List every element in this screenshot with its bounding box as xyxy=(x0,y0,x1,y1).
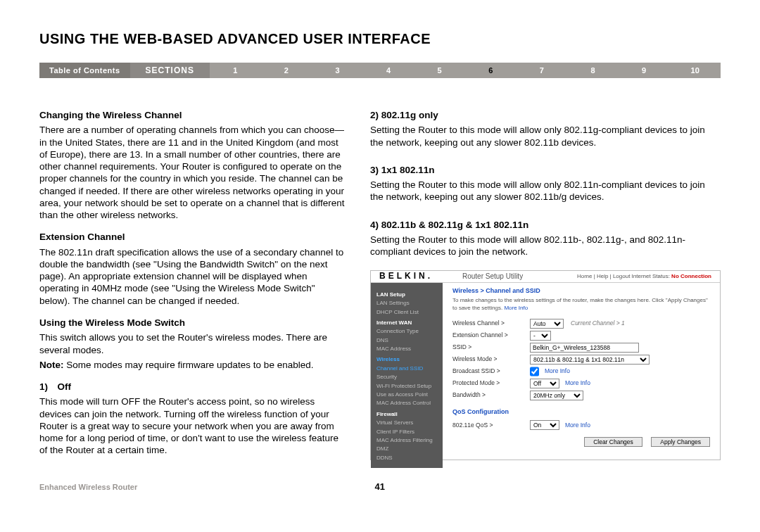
mi-qos[interactable]: More Info xyxy=(565,422,590,429)
sel-wireless-mode[interactable]: 802.11b & 802.11g & 1x1 802.11n xyxy=(530,355,650,365)
belkin-logo: BELKIN. xyxy=(379,271,433,281)
p-80211n: Setting the Router to this mode will all… xyxy=(370,179,721,203)
sections-navbar: Table of Contents SECTIONS 1 2 3 4 5 6 7… xyxy=(39,63,721,78)
lab-ssid: SSID > xyxy=(452,343,530,351)
side-dmz[interactable]: DMZ xyxy=(376,445,437,453)
router-utility-title: Router Setup Utility xyxy=(433,272,577,281)
p-wireless-mode-switch: This switch allows you to set the Router… xyxy=(39,331,346,356)
router-main: Wireless > Channel and SSID To make chan… xyxy=(443,283,720,468)
side-lan-setup[interactable]: LAN Setup xyxy=(376,291,437,299)
mi-broadcast[interactable]: More Info xyxy=(545,367,570,375)
p-changing-channel: There are a number of operating channels… xyxy=(39,124,346,221)
heading-off: 1) Off xyxy=(39,381,346,393)
left-column: Changing the Wireless Channel There are … xyxy=(39,109,346,460)
nav-1[interactable]: 1 xyxy=(210,66,261,75)
side-mac-address[interactable]: MAC Address xyxy=(376,345,437,353)
router-sidebar: LAN Setup LAN Settings DHCP Client List … xyxy=(371,283,443,468)
p-80211bgn: Setting the Router to this mode will all… xyxy=(370,234,721,258)
side-mac-control[interactable]: MAC Address Control xyxy=(376,399,437,407)
heading-80211bgn: 4) 802.11b & 802.11g & 1x1 802.11n xyxy=(370,219,721,231)
right-column: 2) 802.11g only Setting the Router to th… xyxy=(370,109,721,460)
side-virtual-servers[interactable]: Virtual Servers xyxy=(376,419,437,427)
heading-extension-channel: Extension Channel xyxy=(39,231,346,243)
nav-7[interactable]: 7 xyxy=(517,66,568,75)
side-dns[interactable]: DNS xyxy=(376,336,437,345)
router-breadcrumb: Wireless > Channel and SSID xyxy=(452,287,710,296)
p-note: Note: Some modes may require firmware up… xyxy=(39,359,346,371)
nav-3[interactable]: 3 xyxy=(312,66,363,75)
router-screenshot: BELKIN. Router Setup Utility Home | Help… xyxy=(370,270,721,460)
nav-toc[interactable]: Table of Contents xyxy=(39,63,130,78)
side-dhcp-client-list[interactable]: DHCP Client List xyxy=(376,308,437,317)
side-connection-type[interactable]: Connection Type xyxy=(376,327,437,336)
p-extension-channel: The 802.11n draft specification allows t… xyxy=(39,246,346,307)
lab-extension-channel: Extension Channel > xyxy=(452,331,530,339)
footer-left: Enhanced Wireless Router xyxy=(39,483,137,491)
side-use-as-ap[interactable]: Use as Access Point xyxy=(376,391,437,399)
nav-4[interactable]: 4 xyxy=(363,66,414,75)
lab-wireless-mode: Wireless Mode > xyxy=(452,355,530,363)
heading-changing-channel: Changing the Wireless Channel xyxy=(39,109,346,121)
side-channel-ssid[interactable]: Channel and SSID xyxy=(376,365,437,373)
side-wps[interactable]: Wi-Fi Protected Setup xyxy=(376,382,437,391)
nav-8[interactable]: 8 xyxy=(567,66,619,75)
nav-2[interactable]: 2 xyxy=(261,66,312,75)
heading-80211g: 2) 802.11g only xyxy=(370,109,721,121)
more-info-link[interactable]: More Info xyxy=(504,305,528,311)
router-desc: To make changes to the wireless settings… xyxy=(452,297,710,312)
lab-protected-mode: Protected Mode > xyxy=(452,379,530,387)
side-client-ip-filters[interactable]: Client IP Filters xyxy=(376,428,437,436)
p-80211g: Setting the Router to this mode will all… xyxy=(370,124,721,148)
side-lan-settings[interactable]: LAN Settings xyxy=(376,299,437,308)
clear-changes-button[interactable]: Clear Changes xyxy=(584,437,642,447)
current-channel: Current Channel > 1 xyxy=(571,319,625,327)
sel-wireless-channel[interactable]: Auto xyxy=(530,319,564,329)
sel-protected-mode[interactable]: Off xyxy=(530,379,559,388)
side-ddns[interactable]: DDNS xyxy=(376,454,437,462)
sel-extension-channel[interactable]: - xyxy=(530,331,551,341)
nav-6[interactable]: 6 xyxy=(465,66,517,75)
side-security[interactable]: Security xyxy=(376,373,437,381)
side-mac-filtering[interactable]: MAC Address Filtering xyxy=(376,436,437,445)
mi-protected[interactable]: More Info xyxy=(565,379,590,387)
lab-bandwidth: Bandwidth > xyxy=(452,391,530,399)
side-wireless[interactable]: Wireless xyxy=(376,355,437,364)
nav-10[interactable]: 10 xyxy=(669,66,721,75)
lab-broadcast-ssid: Broadcast SSID > xyxy=(452,367,530,375)
heading-wireless-mode-switch: Using the Wireless Mode Switch xyxy=(39,317,346,329)
lab-qos: 802.11e QoS > xyxy=(452,422,530,429)
heading-80211n: 3) 1x1 802.11n xyxy=(370,164,721,176)
p-off: This mode will turn OFF the Router's acc… xyxy=(39,395,346,456)
qos-heading: QoS Configuration xyxy=(452,408,710,417)
page-title: USING THE WEB-BASED ADVANCED USER INTERF… xyxy=(39,31,721,47)
router-top-links[interactable]: Home | Help | Logout Internet Status: No… xyxy=(577,273,711,280)
apply-changes-button[interactable]: Apply Changes xyxy=(651,437,710,447)
nav-9[interactable]: 9 xyxy=(619,66,670,75)
input-ssid[interactable] xyxy=(530,343,639,353)
nav-5[interactable]: 5 xyxy=(414,66,465,75)
nav-sections-label: SECTIONS xyxy=(130,63,210,78)
side-internet-wan[interactable]: Internet WAN xyxy=(376,319,437,327)
sel-bandwidth[interactable]: 20MHz only xyxy=(530,391,583,400)
page-number: 41 xyxy=(374,481,384,492)
side-firewall[interactable]: Firewall xyxy=(376,410,437,419)
sel-qos[interactable]: On xyxy=(530,420,559,430)
lab-wireless-channel: Wireless Channel > xyxy=(452,319,530,327)
chk-broadcast-ssid[interactable] xyxy=(530,367,539,376)
